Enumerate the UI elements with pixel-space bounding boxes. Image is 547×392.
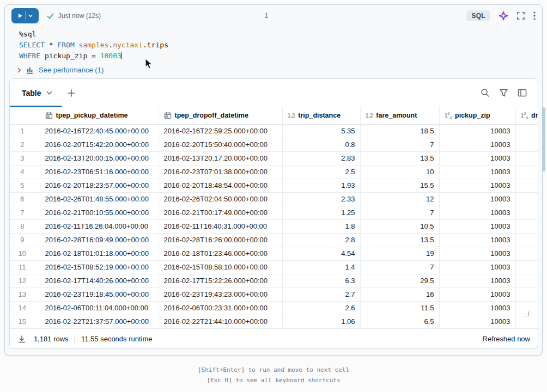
table-cell: 15.5	[360, 179, 439, 192]
table-row: 152016-02-22T21:37:57.000+00:002016-02-2…	[10, 315, 538, 328]
table-cell: 2016-02-15T08:58:10.000+00:00	[159, 260, 282, 274]
table-cell: 2016-02-18T01:23:46.000+00:00	[159, 247, 282, 260]
table-cell: 2016-02-21T00:10:55.000+00:00	[40, 206, 159, 219]
table-cell	[515, 315, 538, 328]
table-row: 132016-02-23T19:18:45.000+00:002016-02-2…	[10, 287, 538, 301]
table-cell: 1.8	[282, 219, 360, 233]
column-header-tpep_pickup_datetime[interactable]: tpep_pickup_datetime	[40, 107, 159, 124]
search-icon[interactable]	[481, 88, 490, 97]
table-cell: 10003	[439, 165, 515, 179]
table-cell: 1.4	[282, 260, 360, 274]
table-cell: 10003	[439, 260, 515, 274]
table-cell	[515, 124, 538, 138]
code-line[interactable]: WHERE pickup_zip = 10003	[19, 51, 536, 62]
code-line[interactable]: SELECT * FROM samples.nyctaxi.trips	[19, 40, 536, 51]
table-cell: 2016-02-13T20:17:20.000+00:00	[159, 151, 282, 165]
row-index: 12	[10, 274, 40, 287]
tab-chevron-down-icon[interactable]	[46, 91, 52, 95]
table-cell: 2016-02-16T22:59:25.000+00:00	[159, 124, 282, 138]
row-index: 7	[10, 206, 40, 219]
results-footer: 1,181 rows | 11.55 seconds runtime Refre…	[10, 328, 538, 349]
table-row: 22016-02-20T15:42:20.000+00:002016-02-20…	[10, 138, 538, 151]
table-cell: 2016-02-23T19:43:23.000+00:00	[159, 287, 282, 301]
run-options-chevron-icon[interactable]	[28, 13, 33, 19]
row-index: 8	[10, 219, 40, 233]
table-row: 62016-02-26T01:48:55.000+00:002016-02-26…	[10, 192, 538, 206]
column-header-tpep_dropoff_datetime[interactable]: tpep_dropoff_datetime	[159, 107, 282, 124]
table-cell: 2.83	[282, 151, 360, 165]
mouse-cursor	[145, 58, 153, 72]
table-cell: 10.5	[360, 219, 439, 233]
row-index: 5	[10, 179, 40, 192]
integer-type-icon: 123	[445, 111, 452, 120]
column-header-fare_amount[interactable]: 1.2fare_amount	[360, 107, 439, 124]
page-scrollbar-thumb[interactable]	[542, 107, 545, 171]
tab-table[interactable]: Table	[10, 79, 60, 107]
table-cell: 10003	[439, 274, 515, 287]
expand-icon[interactable]	[516, 11, 525, 20]
code-token: FROM	[57, 41, 74, 49]
code-token: nyctaxi	[113, 41, 143, 49]
table-cell: 2016-02-13T20:00:15.000+00:00	[40, 151, 159, 165]
code-token: .trips	[143, 41, 168, 49]
download-icon[interactable]	[17, 335, 26, 344]
integer-type-icon: 123	[521, 111, 528, 120]
table-cell: 16	[360, 287, 439, 301]
table-cell: 10003	[439, 247, 515, 260]
column-header-dro[interactable]: 123dro	[515, 107, 538, 124]
table-cell: 2.33	[282, 192, 360, 206]
table-row: 32016-02-13T20:00:15.000+00:002016-02-13…	[10, 151, 538, 165]
results-table: tpep_pickup_datetimetpep_dropoff_datetim…	[10, 107, 538, 328]
datetime-type-icon	[164, 112, 172, 119]
table-cell: 2016-02-23T07:01:38.000+00:00	[159, 165, 282, 179]
row-index: 11	[10, 260, 40, 274]
scroll-corner-indicator	[524, 311, 529, 316]
row-index: 3	[10, 151, 40, 165]
table-row: 112016-02-15T08:52:19.000+00:002016-02-1…	[10, 260, 538, 274]
table-cell: 10003	[439, 219, 515, 233]
performance-row: See performance (1)	[5, 63, 542, 74]
table-cell: 2.5	[282, 165, 360, 179]
table-cell: 10003	[439, 315, 515, 328]
code-editor[interactable]: %sqlSELECT * FROM samples.nyctaxi.tripsW…	[5, 27, 542, 63]
table-cell: 10003	[439, 206, 515, 219]
table-cell: 2016-02-21T00:17:49.000+00:00	[159, 206, 282, 219]
code-line[interactable]: %sql	[19, 29, 536, 40]
column-header-pickup_zip[interactable]: 123pickup_zip	[439, 107, 515, 124]
table-cell: 10003	[439, 192, 515, 206]
play-icon[interactable]	[17, 13, 23, 19]
table-cell: 2016-02-23T19:18:45.000+00:00	[40, 287, 159, 301]
table-cell: 7	[360, 206, 439, 219]
language-badge[interactable]: SQL	[466, 10, 490, 21]
table-cell	[515, 287, 538, 301]
table-row: 122016-02-17T14:40:26.000+00:002016-02-1…	[10, 274, 538, 287]
table-cell: 2.7	[282, 287, 360, 301]
table-cell	[515, 233, 538, 247]
column-header-trip_distance[interactable]: 1.2trip_distance	[282, 107, 360, 124]
table-cell: 10	[360, 165, 439, 179]
keyboard-hints: [Shift+Enter] to run and move to next ce…	[0, 365, 547, 385]
kebab-menu-icon[interactable]	[533, 11, 536, 20]
column-label: tpep_dropoff_datetime	[175, 112, 248, 119]
table-row: 82016-02-11T16:26:04.000+00:002016-02-11…	[10, 219, 538, 233]
layout-panel-icon[interactable]	[518, 88, 527, 97]
table-cell: 13.5	[360, 233, 439, 247]
row-count: 1,181 rows	[34, 335, 69, 343]
results-table-wrap: tpep_pickup_datetimetpep_dropoff_datetim…	[10, 107, 538, 328]
chevron-right-icon[interactable]	[17, 68, 22, 73]
row-index: 15	[10, 315, 40, 328]
table-cell: 1.25	[282, 206, 360, 219]
run-button[interactable]	[11, 8, 39, 23]
code-token: samples	[79, 41, 109, 49]
filter-icon[interactable]	[499, 88, 508, 97]
table-cell: 6.3	[282, 274, 360, 287]
table-cell: 6.5	[360, 315, 439, 328]
see-performance-link[interactable]: See performance (1)	[39, 66, 104, 74]
table-cell: 2016-02-15T08:52:19.000+00:00	[40, 260, 159, 274]
row-index: 14	[10, 301, 40, 315]
table-cell: 7	[360, 260, 439, 274]
add-visualization-button[interactable]	[68, 89, 75, 97]
assistant-sparkle-icon[interactable]	[499, 11, 508, 21]
table-row: 12016-02-16T22:40:45.000+00:002016-02-16…	[10, 124, 538, 138]
table-cell: 7	[360, 138, 439, 151]
